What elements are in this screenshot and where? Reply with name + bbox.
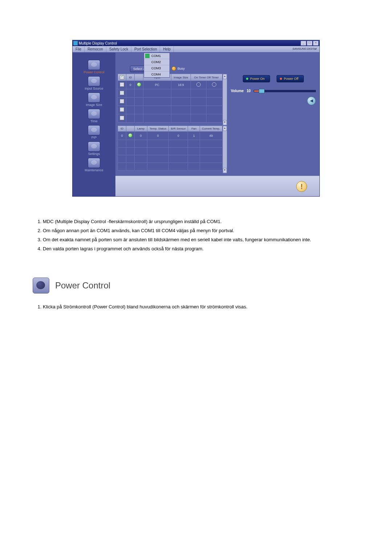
list-item: Om någon annan port än COM1 används, kan… xyxy=(43,227,359,234)
timer-off-icon xyxy=(212,82,216,87)
table-row[interactable] xyxy=(118,89,222,98)
brand-label: SAMSUNG DIGITall xyxy=(290,46,319,52)
statusbar: ! xyxy=(115,176,319,196)
scroll-track[interactable] xyxy=(223,79,227,120)
checkbox-icon xyxy=(120,75,124,79)
speaker-icon: ◀ xyxy=(310,98,313,103)
image-size-icon xyxy=(88,93,100,103)
scroll-down-icon[interactable]: ▼ xyxy=(223,168,227,173)
sidebar-label: Settings xyxy=(74,152,114,156)
scroll-up-icon[interactable]: ▲ xyxy=(223,74,227,79)
table-row[interactable] xyxy=(118,114,222,123)
port-info-list: MDC (Multiple Display Control -flerskärm… xyxy=(33,218,359,252)
sidebar-item-input-source[interactable]: Input Source xyxy=(74,76,114,90)
scrollbar[interactable]: ▲ ▼ xyxy=(222,74,227,126)
settings-icon xyxy=(88,141,100,152)
control-panel: Power On Power Off Volume 10 xyxy=(227,74,319,176)
cell-br: 0 xyxy=(169,132,188,140)
list-item: Om det exakta namnet på porten som är an… xyxy=(43,237,359,243)
sidebar: Power Control Input Source Image Size Ti… xyxy=(73,53,115,196)
menu-help[interactable]: Help xyxy=(160,46,174,52)
col-current-temp: Current Temp. xyxy=(200,126,222,132)
checkbox[interactable] xyxy=(120,91,124,95)
volume-control: Volume 10 xyxy=(231,89,316,93)
scroll-up-icon[interactable]: ▲ xyxy=(223,126,227,131)
scroll-track[interactable] xyxy=(223,131,227,168)
sidebar-label: PIP xyxy=(74,136,114,139)
sidebar-item-settings[interactable]: Settings xyxy=(74,141,114,156)
port-option-com3[interactable]: COM3 xyxy=(144,65,170,71)
cell-lamp: 0 xyxy=(135,132,147,140)
power-off-label: Power Off xyxy=(284,77,298,81)
power-off-button[interactable]: Power Off xyxy=(277,75,304,82)
col-timer: On Timer Off Timer xyxy=(191,74,222,81)
col-id: ID xyxy=(118,126,126,132)
minimize-button[interactable]: _ xyxy=(301,41,306,46)
maintenance-icon xyxy=(88,158,100,168)
checkbox[interactable] xyxy=(120,107,124,112)
checkbox[interactable] xyxy=(120,116,124,120)
sidebar-item-pip[interactable]: PIP xyxy=(74,125,114,139)
port-label: COM1 xyxy=(151,54,161,58)
timer-on-icon xyxy=(196,82,201,87)
status-table: ID Lamp Temp. Status B/R Sensor Fan Curr… xyxy=(118,126,227,173)
list-item: Klicka på Strömkontroll (Power Control) … xyxy=(43,304,359,311)
titlebar: Multiple Display Control _ □ × xyxy=(73,40,319,46)
col-status-icon xyxy=(126,126,135,132)
port-option-com4[interactable]: COM4 xyxy=(144,71,170,77)
warning-icon: ! xyxy=(296,181,307,192)
display-table: ID Input Image Size On Timer Off Timer 0 xyxy=(118,74,227,126)
menu-safety-lock[interactable]: Safety Lock xyxy=(106,46,131,52)
cell-fan: 1 xyxy=(188,132,200,140)
sidebar-label: Power Control xyxy=(74,70,114,74)
menubar: File Remocon Safety Lock Port Selection … xyxy=(73,46,319,53)
maximize-button[interactable]: □ xyxy=(307,41,313,46)
scroll-down-icon[interactable]: ▼ xyxy=(223,120,227,125)
col-fan: Fan xyxy=(188,126,200,132)
section-title: Power Control xyxy=(55,280,110,291)
port-option-com1[interactable]: COM1 xyxy=(144,53,170,59)
menu-remocon[interactable]: Remocon xyxy=(85,46,106,52)
time-icon xyxy=(88,109,100,119)
checkbox[interactable] xyxy=(120,99,124,103)
busy-indicator: Busy xyxy=(172,66,185,71)
table-row[interactable]: 0 0 0 0 1 49 xyxy=(118,132,222,140)
sidebar-item-image-size[interactable]: Image Size xyxy=(74,93,114,107)
power-control-icon xyxy=(33,278,49,294)
mdc-window: Multiple Display Control _ □ × File Remo… xyxy=(72,40,320,197)
sidebar-item-time[interactable]: Time xyxy=(74,109,114,123)
menu-file[interactable]: File xyxy=(73,46,85,52)
col-check[interactable] xyxy=(118,74,126,81)
close-button[interactable]: × xyxy=(313,41,319,46)
sidebar-item-maintenance[interactable]: Maintenance xyxy=(74,158,114,172)
table-row[interactable] xyxy=(118,106,222,114)
table-row[interactable] xyxy=(118,98,222,106)
busy-icon xyxy=(172,66,176,71)
checkbox[interactable] xyxy=(120,82,124,87)
menu-port-selection[interactable]: Port Selection xyxy=(131,46,160,52)
mute-button[interactable]: ◀ xyxy=(307,97,316,105)
table-row[interactable]: 0 PC 16:9 xyxy=(118,81,222,89)
cell-current-temp: 49 xyxy=(200,132,222,140)
power-on-button[interactable]: Power On xyxy=(243,75,270,82)
table-row[interactable] xyxy=(118,140,222,148)
input-source-icon xyxy=(88,76,100,86)
sidebar-label: Image Size xyxy=(74,103,114,107)
col-lamp: Lamp xyxy=(135,126,147,132)
sidebar-label: Maintenance xyxy=(74,168,114,172)
scrollbar[interactable]: ▲ ▼ xyxy=(222,126,227,173)
col-image-size: Image Size xyxy=(171,74,191,81)
table-row[interactable] xyxy=(118,155,222,163)
app-icon xyxy=(73,41,78,45)
table-row[interactable] xyxy=(118,148,222,155)
cell-id: 0 xyxy=(126,81,135,89)
port-option-com2[interactable]: COM2 xyxy=(144,59,170,65)
sidebar-label: Input Source xyxy=(74,87,114,90)
sidebar-label: Time xyxy=(74,119,114,123)
cell-input: PC xyxy=(143,81,171,89)
table-row[interactable] xyxy=(118,163,222,171)
col-temp-status: Temp. Status xyxy=(147,126,169,132)
volume-slider[interactable] xyxy=(254,90,316,92)
sidebar-item-power-control[interactable]: Power Control xyxy=(74,60,114,74)
slider-thumb[interactable] xyxy=(259,89,265,93)
